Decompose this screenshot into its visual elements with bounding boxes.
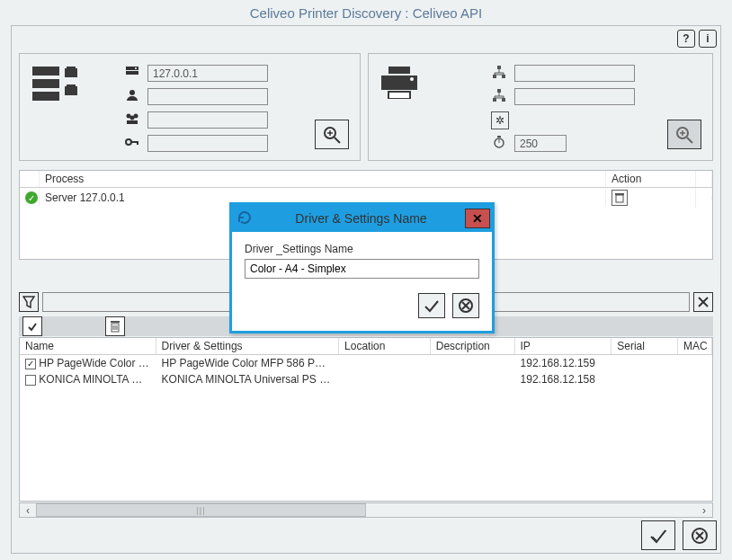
gear-icon[interactable]: ✲ <box>491 111 507 129</box>
svg-rect-14 <box>127 120 138 124</box>
col-serial[interactable]: Serial <box>611 338 678 354</box>
server-printer-icon <box>32 67 79 102</box>
server-connection-group <box>19 53 361 161</box>
col-description[interactable]: Description <box>431 338 515 354</box>
svg-rect-22 <box>388 67 410 74</box>
svg-rect-54 <box>111 321 120 323</box>
printer-icon <box>381 67 417 102</box>
help-icon[interactable]: ? <box>677 30 695 48</box>
col-ip[interactable]: IP <box>515 338 612 354</box>
col-driver[interactable]: Driver & Settings <box>156 338 339 354</box>
filter-button[interactable] <box>19 292 39 312</box>
driver-settings-dialog: Driver & Settings Name ✕ Driver _Setting… <box>229 202 495 333</box>
row-driver: HP PageWide Color MFP 586 PCL 6,[2... <box>156 357 339 369</box>
svg-rect-17 <box>137 141 138 145</box>
net-range1-input[interactable] <box>514 65 635 82</box>
col-name[interactable]: Name <box>20 338 156 354</box>
info-icon[interactable]: i <box>699 30 717 48</box>
select-all-checkbox[interactable] <box>22 316 42 336</box>
svg-rect-0 <box>32 67 59 76</box>
svg-rect-26 <box>497 66 501 69</box>
svg-rect-49 <box>616 195 623 202</box>
dialog-field-label: Driver _Settings Name <box>245 243 479 255</box>
confirm-button[interactable] <box>641 520 675 550</box>
row-name: KONICA MINOLTA Univ.. <box>39 373 156 386</box>
svg-rect-50 <box>615 193 624 195</box>
cancel-button[interactable] <box>683 520 717 550</box>
svg-rect-5 <box>65 86 77 95</box>
delete-process-button[interactable] <box>611 190 628 206</box>
username-input[interactable] <box>147 88 268 105</box>
dialog-ok-button[interactable] <box>418 293 445 318</box>
stopwatch-icon <box>491 136 507 151</box>
dialog-cancel-button[interactable] <box>452 293 479 318</box>
timeout-input[interactable] <box>514 135 567 152</box>
results-table: Name Driver & Settings Location Descript… <box>19 337 713 502</box>
status-ok-icon: ✓ <box>25 191 38 204</box>
row-ip: 192.168.12.158 <box>515 373 612 386</box>
svg-rect-35 <box>493 98 496 102</box>
refresh-icon[interactable] <box>232 209 257 228</box>
process-header: Process Action <box>20 171 712 188</box>
svg-rect-43 <box>497 136 501 138</box>
driver-settings-name-input[interactable] <box>245 259 479 279</box>
svg-rect-4 <box>67 67 76 68</box>
scroll-right-button[interactable]: › <box>696 504 712 517</box>
group-input[interactable] <box>147 111 268 129</box>
svg-rect-6 <box>67 84 76 86</box>
scroll-left-button[interactable]: ‹ <box>20 504 36 517</box>
svg-rect-34 <box>497 89 501 93</box>
svg-point-13 <box>130 116 135 120</box>
clear-filter-button[interactable] <box>693 292 713 312</box>
svg-point-9 <box>135 67 137 69</box>
svg-rect-1 <box>32 79 59 88</box>
horizontal-scrollbar[interactable]: ‹ › <box>19 502 713 518</box>
server-icon <box>124 66 140 81</box>
server-search-button[interactable] <box>315 120 349 149</box>
svg-rect-24 <box>388 92 410 99</box>
svg-point-15 <box>126 139 131 145</box>
svg-rect-2 <box>32 92 59 101</box>
svg-rect-3 <box>65 68 77 77</box>
results-header: Name Driver & Settings Location Descript… <box>20 338 712 355</box>
svg-rect-36 <box>502 98 505 102</box>
network-icon-2 <box>491 89 507 104</box>
window-title: Celiveo Printer Discovery : Celiveo API <box>0 0 732 24</box>
col-location[interactable]: Location <box>339 338 431 354</box>
row-name: HP PageWide Color MF... <box>39 357 156 369</box>
col-mac[interactable]: MAC <box>678 338 712 354</box>
close-icon[interactable]: ✕ <box>465 209 490 228</box>
svg-rect-27 <box>493 75 496 78</box>
password-input[interactable] <box>147 135 268 152</box>
svg-line-19 <box>335 138 340 143</box>
row-checkbox[interactable] <box>25 359 36 369</box>
svg-rect-28 <box>502 75 505 78</box>
net-range2-input[interactable] <box>514 88 635 105</box>
group-icon <box>124 112 140 128</box>
user-icon <box>124 89 140 104</box>
row-checkbox[interactable] <box>25 375 36 386</box>
svg-point-10 <box>129 90 135 95</box>
key-icon <box>124 137 140 150</box>
svg-rect-8 <box>126 71 138 75</box>
network-icon <box>491 66 507 81</box>
printer-scan-group: ✲ <box>368 53 713 161</box>
process-col-action[interactable]: Action <box>606 171 696 187</box>
process-col-process[interactable]: Process <box>40 171 606 187</box>
svg-line-46 <box>687 138 692 143</box>
scan-button[interactable] <box>667 120 701 149</box>
row-ip: 192.168.12.159 <box>515 357 612 369</box>
scroll-thumb[interactable] <box>36 503 366 517</box>
server-ip-input[interactable] <box>147 65 268 82</box>
table-row[interactable]: KONICA MINOLTA Univ..KONICA MINOLTA Univ… <box>20 371 712 387</box>
dialog-title: Driver & Settings Name <box>257 211 465 226</box>
row-driver: KONICA MINOLTA Universal PS v3.2a... <box>156 373 339 386</box>
svg-point-25 <box>410 77 414 81</box>
table-row[interactable]: HP PageWide Color MF...HP PageWide Color… <box>20 355 712 371</box>
delete-selected-button[interactable] <box>105 316 125 336</box>
